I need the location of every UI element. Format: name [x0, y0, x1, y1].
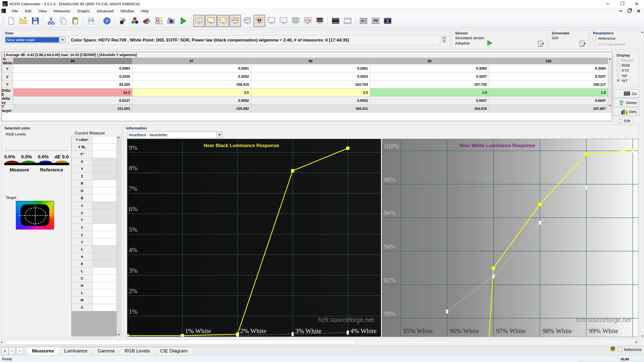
measure-cell[interactable]: 168.117 [489, 80, 608, 88]
refs-button[interactable]: Refs [614, 108, 639, 116]
cut-button[interactable] [45, 15, 57, 27]
film-light-button[interactable] [342, 15, 353, 27]
row-header-delta-e[interactable]: Delta E [2, 88, 13, 97]
scroll-down-icon[interactable] [118, 334, 120, 335]
mdi-minimize-icon[interactable] [619, 11, 622, 11]
film-rgb-run-button[interactable] [358, 15, 369, 27]
open-folder-button[interactable] [17, 15, 29, 27]
tab-cie-diagram[interactable]: CIE Diagram [154, 347, 194, 355]
measure-cell[interactable]: 14.3 [13, 88, 132, 97]
go-button[interactable]: Go [614, 89, 639, 98]
table-scrollbar[interactable] [608, 97, 612, 105]
measure-cell[interactable]: 2.0 [132, 88, 251, 97]
minimize-button[interactable] [600, 0, 615, 8]
view-cie-button[interactable] [254, 15, 265, 27]
monitor-plain-1-button[interactable] [266, 15, 277, 27]
horizontal-scrollbar[interactable] [0, 339, 638, 345]
mdi-close-icon[interactable] [637, 9, 640, 13]
menu-graphs[interactable]: Graphs [74, 8, 93, 14]
measure-cell[interactable]: 162.704 [251, 80, 370, 88]
measure-cell[interactable]: 0.3253 [251, 72, 370, 80]
view-gamma-button[interactable] [217, 15, 229, 27]
monitor-temperature-button[interactable] [302, 15, 313, 27]
tab-rgb-levels[interactable]: RGB Levels [118, 347, 156, 355]
row-header-y[interactable]: y [2, 72, 13, 80]
measure-cell[interactable]: 0.3094 [489, 64, 608, 72]
measure-cell[interactable]: 167.667 [489, 105, 608, 113]
measure-cell[interactable]: 0.0047 [370, 97, 489, 105]
tab-measures[interactable]: Measures [25, 347, 61, 355]
table-scrollbar[interactable] [608, 105, 612, 113]
view-measures-button[interactable] [193, 15, 205, 27]
view-mode-dropdown[interactable]: Near white scale [5, 36, 66, 43]
film-special-button[interactable] [382, 15, 393, 27]
reference-checkbox[interactable] [593, 37, 596, 40]
run-measures-button[interactable] [177, 15, 189, 27]
scrollbar-thumb[interactable] [6, 340, 355, 344]
tab-next-button[interactable]: › [16, 347, 23, 354]
menu-window[interactable]: Window [117, 8, 137, 14]
spinner-down-button[interactable] [442, 40, 447, 43]
measure-cell[interactable]: 0.3252 [132, 72, 251, 80]
paste-button[interactable] [69, 15, 81, 27]
tab-luminance[interactable]: Luminance [58, 347, 94, 355]
table-scroll-left-icon[interactable]: ‹ [3, 113, 4, 117]
edit-toggle[interactable]: Edit [616, 118, 633, 124]
tab-gamma[interactable]: Gamma [91, 347, 121, 355]
information-dropdown[interactable]: NearBlack - NearWhite [127, 131, 223, 138]
row-header-y-target[interactable]: Y target [2, 105, 13, 113]
measure-cell[interactable]: 1.8 [489, 88, 608, 97]
display-option-xyz[interactable]: xyz [614, 72, 639, 77]
monitor-dark-button[interactable] [314, 15, 326, 27]
measure-cell[interactable]: 155.092 [132, 105, 251, 113]
vertical-scrollbar[interactable] [640, 30, 643, 338]
delete-button[interactable]: Delete [614, 99, 639, 107]
column-header-96[interactable]: 96 [13, 58, 132, 64]
help-button[interactable]: ? [101, 15, 113, 27]
mdi-restore-icon[interactable] [628, 9, 631, 13]
scroll-left-icon[interactable] [1, 341, 2, 343]
radio-icon[interactable] [617, 69, 620, 72]
measure-rings-button[interactable] [153, 15, 165, 27]
close-button[interactable] [629, 0, 644, 8]
monitor-plain-2-button[interactable] [278, 15, 289, 27]
table-scrollbar[interactable] [608, 72, 612, 80]
measure-cell[interactable]: 0.3093 [370, 64, 489, 72]
measure-cell[interactable]: 0.3091 [251, 64, 370, 72]
chevron-down-icon[interactable] [60, 37, 65, 43]
menu-edit[interactable]: Edit [21, 8, 35, 14]
radio-icon[interactable] [617, 64, 620, 67]
measure-cell[interactable]: 0.3257 [370, 72, 489, 80]
measure-cell[interactable]: 0.2993 [13, 64, 132, 72]
measure-cell[interactable]: 164.016 [370, 105, 489, 113]
table-scroll-right-icon[interactable]: › [610, 113, 611, 117]
tab-close-button[interactable]: x [2, 347, 8, 354]
camera-button[interactable] [165, 15, 177, 27]
radio-icon[interactable] [617, 74, 620, 77]
scroll-up-icon[interactable] [118, 137, 120, 138]
new-document-button[interactable] [5, 15, 17, 27]
scroll-up-icon[interactable] [641, 31, 643, 33]
measure-cell[interactable]: 0.0147 [13, 97, 132, 105]
measure-cell[interactable]: 167.732 [370, 80, 489, 88]
radio-icon[interactable] [617, 79, 620, 82]
measure-scrollbar[interactable] [117, 136, 121, 336]
menu-view[interactable]: View [35, 8, 50, 14]
column-header-98[interactable]: 98 [251, 58, 370, 64]
measure-cell[interactable]: 1.9 [370, 88, 489, 97]
sensor-rgb-button[interactable] [129, 15, 141, 27]
print-button[interactable] [85, 15, 97, 27]
measure-cell[interactable]: 160.411 [251, 105, 370, 113]
scroll-right-icon[interactable] [636, 341, 637, 343]
measure-cell[interactable]: 0.3230 [13, 72, 132, 80]
row-header-delta-xy[interactable]: delta xy [2, 97, 13, 105]
view-luminance-button[interactable] [205, 15, 217, 27]
row-header-x[interactable]: x [2, 64, 13, 72]
menu-advanced[interactable]: Advanced [93, 8, 117, 14]
display-option-rgb[interactable]: RGB [614, 62, 639, 67]
column-header-99[interactable]: 99 [370, 58, 489, 64]
edit-checkbox[interactable] [619, 119, 622, 123]
measure-cell[interactable]: 0.3091 [132, 64, 251, 72]
sensor-run-icon[interactable] [487, 40, 492, 46]
film-dark-button[interactable] [330, 15, 341, 27]
